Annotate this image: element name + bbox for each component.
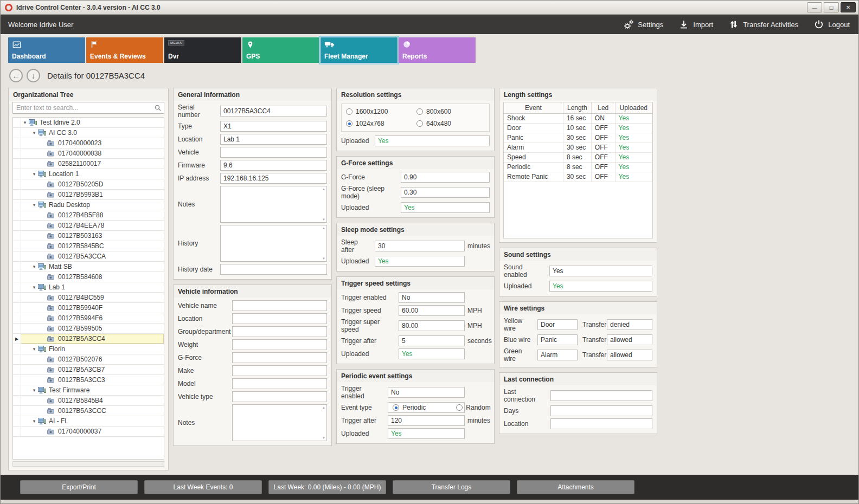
g-force-sleep-mode-input[interactable] (401, 187, 490, 198)
tree-device-00127b4b5f88[interactable]: 00127B4B5F88 (13, 210, 164, 221)
uploaded-input[interactable] (549, 281, 652, 292)
firmware-input[interactable] (220, 160, 327, 171)
tree-device-00127b4eea78[interactable]: 00127B4EEA78 (13, 221, 164, 231)
days-input[interactable] (550, 405, 652, 416)
tree-device-00127b5a3cca[interactable]: 00127B5A3CCA (13, 251, 164, 262)
close-button[interactable] (841, 2, 856, 12)
tab-dashboard[interactable]: Dashboard (8, 37, 85, 63)
length-row-periodic[interactable]: Periodic8 secOFFYes (504, 162, 652, 172)
uploaded-input[interactable] (375, 135, 490, 146)
expand-arrow-icon[interactable] (30, 130, 38, 135)
tree-device-00127b584608[interactable]: 00127B584608 (13, 272, 164, 282)
tab-fleet-manager[interactable]: Fleet Manager (320, 37, 398, 63)
column-header-event[interactable]: Event (504, 102, 563, 113)
location-input[interactable] (232, 313, 327, 324)
column-header-led[interactable]: Led (591, 102, 615, 113)
tree-device-00127b5993b1[interactable]: 00127B5993B1 (13, 190, 164, 200)
tree-group-florin[interactable]: Florin (13, 344, 164, 354)
trigger-after-input[interactable] (399, 335, 465, 346)
tree-device-017040000023[interactable]: 017040000023 (13, 138, 164, 148)
make-input[interactable] (232, 365, 327, 376)
radio-option-random[interactable]: Random (456, 404, 490, 411)
tree-device-00127b5845bc[interactable]: 00127B5845BC (13, 241, 164, 251)
trigger-speed-input[interactable] (399, 305, 465, 316)
notes-textarea[interactable] (220, 186, 327, 223)
trigger-enabled-input[interactable] (399, 292, 465, 303)
length-row-shock[interactable]: Shock16 secONYes (504, 113, 652, 123)
radio-option-640x480[interactable]: 640x480 (416, 120, 485, 127)
location-input[interactable] (220, 134, 327, 145)
tree-device-025821100017[interactable]: 025821100017 (13, 159, 164, 169)
green-wire-transfer-input[interactable] (607, 350, 652, 360)
radio-option-periodic[interactable]: Periodic (393, 404, 426, 411)
collapse-button[interactable] (27, 69, 40, 82)
length-row-alarm[interactable]: Alarm30 secOFFYes (504, 143, 652, 152)
expand-arrow-icon[interactable] (21, 120, 29, 125)
action-settings[interactable]: Settings (623, 19, 663, 30)
radio-option-1600x1200[interactable]: 1600x1200 (346, 108, 414, 115)
length-row-door[interactable]: Door10 secOFFYes (504, 123, 652, 133)
tree-group-test-idrive-2-0[interactable]: Test Idrive 2.0 (13, 118, 164, 128)
g-force-input[interactable] (401, 172, 490, 183)
action-transfer-activities[interactable]: Transfer Activities (728, 19, 798, 30)
length-row-remote-panic[interactable]: Remote Panic30 secOFFYes (504, 172, 652, 182)
tree-group-lab-1[interactable]: Lab 1 (13, 282, 164, 293)
attachments-button[interactable]: Attachments (517, 480, 634, 494)
vehicle-input[interactable] (220, 147, 327, 158)
expand-arrow-icon[interactable] (30, 202, 38, 208)
yellow-wire-transfer-input[interactable] (607, 319, 652, 330)
expand-arrow-icon[interactable] (30, 285, 38, 290)
expand-arrow-icon[interactable] (30, 346, 38, 352)
trigger-enabled-input[interactable] (388, 387, 465, 398)
blue-wire-input[interactable] (537, 334, 578, 345)
tree-device-00127b5845b4[interactable]: 00127B5845B4 (13, 396, 164, 406)
transfer-logs-button[interactable]: Transfer Logs (393, 480, 510, 494)
history-date-input[interactable] (220, 264, 327, 275)
trigger-super-speed-input[interactable] (399, 320, 465, 331)
notes-textarea[interactable] (232, 404, 327, 441)
type-input[interactable] (220, 121, 327, 132)
tree-device-00127b503163[interactable]: 00127B503163 (13, 231, 164, 241)
back-button[interactable] (9, 69, 23, 82)
blue-wire-transfer-input[interactable] (607, 334, 652, 345)
tree-device-00127b5a3cc3[interactable]: 00127B5A3CC3 (13, 375, 164, 385)
last-connection-input[interactable] (550, 390, 652, 401)
tab-reports[interactable]: Reports (399, 37, 476, 63)
tree-device-00127b5a3ccc[interactable]: 00127B5A3CCC (13, 406, 164, 416)
expand-arrow-icon[interactable] (30, 418, 38, 424)
last-week-0-00-miles-0-00-mph-button[interactable]: Last Week: 0.00 (Miles) - 0.00 (MPH) (268, 480, 386, 494)
radio-option-800x600[interactable]: 800x600 (416, 108, 485, 115)
history-textarea[interactable] (220, 225, 327, 262)
group-department-input[interactable] (232, 326, 327, 337)
tree-group-location-1[interactable]: Location 1 (13, 169, 164, 179)
uploaded-input[interactable] (388, 428, 465, 439)
tree-device-00127b5994f6[interactable]: 00127B5994F6 (13, 313, 164, 324)
vehicle-type-input[interactable] (232, 391, 327, 402)
model-input[interactable] (232, 378, 327, 389)
tree-device-00127b50205d[interactable]: 00127B50205D (13, 179, 164, 190)
expand-arrow-icon[interactable] (30, 264, 38, 269)
vehicle-name-input[interactable] (232, 300, 327, 311)
sleep-after-input[interactable] (375, 241, 465, 251)
sound-enabled-input[interactable] (549, 266, 652, 276)
tree-device-017040000037[interactable]: 017040000037 (13, 427, 164, 437)
export-print-button[interactable]: Export/Print (20, 480, 138, 494)
tree-group-radu-desktop[interactable]: Radu Desktop (13, 200, 164, 210)
tree-device-00127b502076[interactable]: 00127B502076 (13, 354, 164, 365)
tree-search-input[interactable] (12, 102, 164, 114)
serial-number-input[interactable] (220, 106, 327, 117)
tree-device-00127b599505[interactable]: 00127B599505 (13, 324, 164, 334)
trigger-after-input[interactable] (388, 415, 465, 426)
location-input[interactable] (550, 418, 652, 429)
tree-horizontal-scrollbar[interactable] (12, 461, 164, 467)
green-wire-input[interactable] (537, 350, 578, 360)
tree-group-test-firmware[interactable]: Test Firmware (13, 385, 164, 396)
expand-arrow-icon[interactable] (30, 387, 38, 393)
tree-device-00127b5a3cc4[interactable]: 00127B5A3CC4 (13, 334, 164, 344)
last-week-events-0-button[interactable]: Last Week Events: 0 (144, 480, 262, 494)
expand-arrow-icon[interactable] (30, 171, 38, 177)
yellow-wire-input[interactable] (537, 319, 578, 330)
tree-group-ai-fl[interactable]: AI - FL (13, 416, 164, 427)
column-header-uploaded[interactable]: Uploaded (615, 102, 652, 113)
length-row-panic[interactable]: Panic30 secOFFYes (504, 133, 652, 143)
